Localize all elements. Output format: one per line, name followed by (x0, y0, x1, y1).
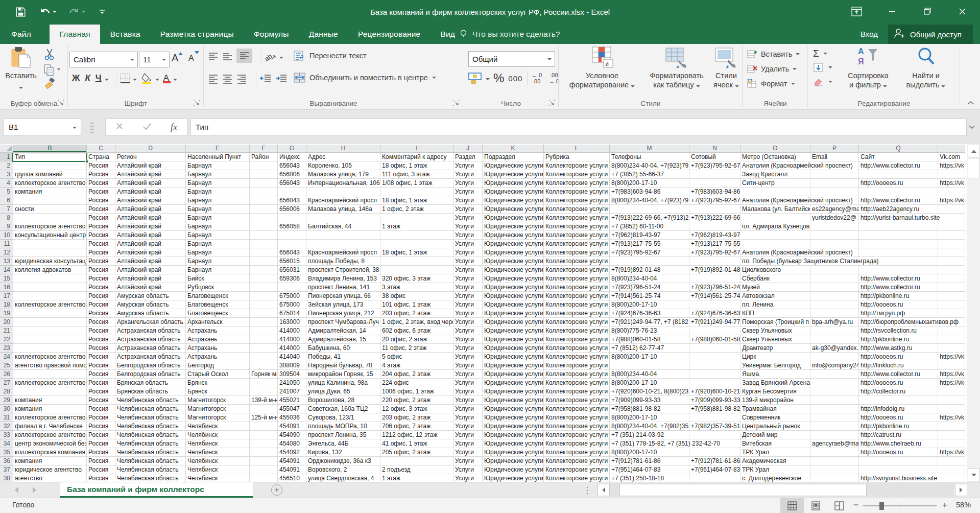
orientation-dropdown[interactable] (279, 57, 283, 59)
cell-K3[interactable]: Юридические услуги (483, 170, 544, 179)
cell-F36[interactable] (250, 457, 278, 465)
page-layout-view-button[interactable] (804, 498, 827, 513)
cell-B29[interactable]: компания (13, 396, 87, 405)
confirm-entry-button[interactable] (142, 123, 152, 132)
cell-C20[interactable]: Россия (87, 318, 115, 327)
cell-B37[interactable]: юридическое агентство (13, 465, 87, 474)
cell-J19[interactable]: Услуги (453, 309, 483, 318)
cell-Q25[interactable]: http://finkluch.ru (859, 361, 938, 370)
cell-G36[interactable]: 454091 (278, 457, 306, 465)
expand-formula-bar-button[interactable] (968, 123, 975, 132)
share-button[interactable]: Общий доступ (888, 25, 973, 44)
cell-G38[interactable]: 456510 (278, 474, 306, 482)
cell-E26[interactable]: Старый Оскол (186, 370, 250, 379)
column-header-M[interactable]: M (610, 145, 689, 153)
cell-J26[interactable]: Услуги (453, 370, 483, 379)
cell-F20[interactable] (250, 318, 278, 327)
row-header-4[interactable]: 4 (0, 179, 13, 188)
row-header-5[interactable]: 5 (0, 188, 13, 196)
cell-P23[interactable]: ak-g30@yandex.r (810, 344, 859, 353)
cell-B18[interactable]: коллекторское агентство (13, 300, 87, 309)
column-header-J[interactable]: J (453, 145, 483, 153)
cell-N15[interactable] (689, 274, 740, 283)
cell-C25[interactable]: Россия (87, 361, 115, 370)
cell-E14[interactable]: Барнаул (186, 266, 250, 274)
cell-N33[interactable] (689, 431, 740, 439)
clear-button[interactable] (813, 77, 832, 87)
cell-K29[interactable]: Юридические услуги (483, 396, 544, 405)
cell-F19[interactable] (250, 309, 278, 318)
cell-I13[interactable] (380, 257, 453, 266)
cell-E18[interactable]: Благовещенск (186, 300, 250, 309)
cell-R23[interactable] (938, 344, 965, 353)
cell-R7[interactable] (938, 205, 965, 214)
cell-B7[interactable]: сности (13, 205, 87, 214)
cell-I22[interactable]: 20 офис, 2 этаж (380, 335, 453, 344)
cell-F14[interactable] (250, 266, 278, 274)
cell-E9[interactable]: Барнаул (186, 222, 250, 231)
cell-K10[interactable]: Юридические услуги (483, 231, 544, 240)
cell-C22[interactable]: Россия (87, 335, 115, 344)
cell-Q30[interactable]: http://infodolg.ru (859, 405, 938, 413)
cell-L33[interactable]: Коллекторские услуги (544, 431, 610, 439)
cell-O36[interactable]: Академическая (740, 457, 810, 465)
cell-J9[interactable]: Услуги (453, 222, 483, 231)
cell-C35[interactable]: Россия (87, 448, 115, 457)
fill-button[interactable] (813, 62, 832, 73)
cell-Q31[interactable]: http://oooeos.ru (859, 413, 938, 422)
cell-I11[interactable] (380, 240, 453, 248)
zoom-out-button[interactable]: − (852, 501, 860, 510)
cell-D16[interactable]: Алтайский край (115, 283, 186, 292)
cell-L11[interactable]: Коллекторские услуги (544, 240, 610, 248)
cell-Q22[interactable]: http://pkbonline.ru (859, 335, 938, 344)
cell-N36[interactable]: +7(912)781-61-86 (689, 457, 740, 465)
cell-P25[interactable]: info@company24 (810, 361, 859, 370)
cell-M7[interactable] (610, 205, 689, 214)
cell-E38[interactable]: Челябинск (186, 474, 250, 482)
row-header-19[interactable]: 19 (0, 309, 13, 318)
cell-L24[interactable]: Коллекторские услуги (544, 353, 610, 361)
cell-B30[interactable]: компания (13, 405, 87, 413)
cell-G18[interactable]: 675000 (278, 300, 306, 309)
cell-M27[interactable]: 8(800)200-17-10 (610, 379, 689, 387)
cell-H8[interactable] (306, 214, 380, 222)
tell-me-box[interactable]: Что вы хотите сделать? (459, 25, 560, 44)
cell-O37[interactable]: ТРК Урал (740, 465, 810, 474)
cell-L4[interactable]: Коллекторские услуги (544, 179, 610, 188)
ribbon-tab-2[interactable]: Вставка (100, 25, 150, 44)
cell-L27[interactable]: Коллекторские услуги (544, 379, 610, 387)
cell-M22[interactable]: +7(988)060-01-58 (610, 335, 689, 344)
cell-G29[interactable]: 455021 (278, 396, 306, 405)
cell-D26[interactable]: Белгородская область (115, 370, 186, 379)
cell-K19[interactable]: Юридические услуги (483, 309, 544, 318)
zoom-slider-thumb[interactable] (879, 502, 884, 510)
cell-B2[interactable] (13, 161, 87, 170)
conditional-formatting-button[interactable]: ≠ Условноеформатирование (564, 46, 640, 89)
cell-M35[interactable]: 8(800)200-17-10 (610, 448, 689, 457)
cell-D19[interactable]: Амурская область (115, 309, 186, 318)
cell-R9[interactable] (938, 222, 965, 231)
cell-B5[interactable]: компания (13, 188, 87, 196)
cell-K12[interactable]: Юридические услуги (483, 248, 544, 257)
cell-H14[interactable]: проспект Строителей, 38 (306, 266, 380, 274)
row-header-14[interactable]: 14 (0, 266, 13, 274)
cell-D34[interactable]: Челябинская область (115, 439, 186, 448)
cell-D15[interactable]: Алтайский край (115, 274, 186, 283)
cell-F18[interactable] (250, 300, 278, 309)
cell-E12[interactable]: Барнаул (186, 248, 250, 257)
cell-J5[interactable]: Услуги (453, 188, 483, 196)
cell-N13[interactable] (689, 257, 740, 266)
cell-M4[interactable]: 8(800)200-17-10 (610, 179, 689, 188)
cell-R2[interactable]: https://vk (938, 161, 965, 170)
cell-J3[interactable]: Услуги (453, 170, 483, 179)
cell-Q33[interactable]: http://catrust.ru (859, 431, 938, 439)
vertical-scroll-thumb[interactable] (968, 158, 980, 178)
cell-F27[interactable] (250, 379, 278, 387)
cell-B23[interactable] (13, 344, 87, 353)
cell-B15[interactable] (13, 274, 87, 283)
borders-icon[interactable] (119, 73, 131, 84)
cell-E34[interactable]: Челябинск (186, 439, 250, 448)
cell-D32[interactable]: Челябинская область (115, 422, 186, 431)
cell-H32[interactable]: площадь МОПРа, 10 (306, 422, 380, 431)
cell-K7[interactable]: Юридические услуги (483, 205, 544, 214)
